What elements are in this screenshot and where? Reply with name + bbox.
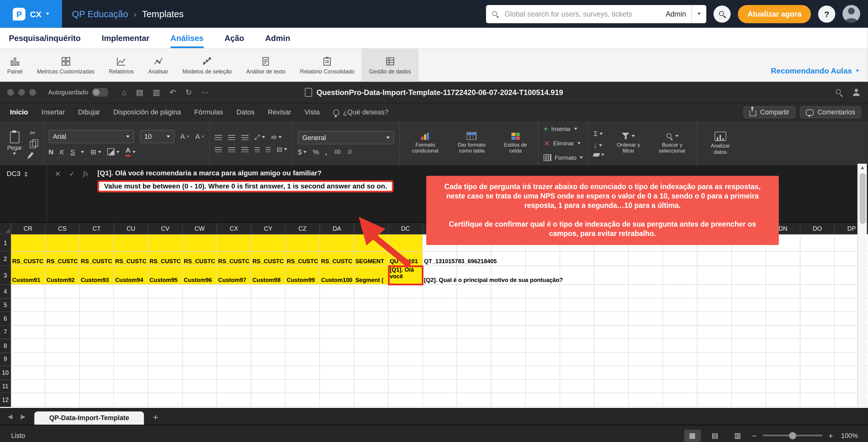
cell-CT5[interactable] xyxy=(80,298,114,312)
cell-DF4[interactable] xyxy=(492,285,526,298)
cell-DG4[interactable] xyxy=(526,285,560,298)
cell-CT9[interactable] xyxy=(80,352,114,366)
page-layout-view-button[interactable]: ▤ xyxy=(707,430,723,442)
percent-button[interactable]: % xyxy=(313,148,319,156)
row-header-2[interactable]: 2 xyxy=(0,252,11,266)
cell-DI9[interactable] xyxy=(594,352,629,366)
redo-icon[interactable]: ↻ xyxy=(186,88,192,97)
next-sheet-icon[interactable]: ▶ xyxy=(21,413,25,420)
row-header-12[interactable]: 12 xyxy=(0,393,11,407)
cell-CS4[interactable] xyxy=(45,285,80,298)
cell-DI3[interactable] xyxy=(594,266,629,285)
cell-CS9[interactable] xyxy=(45,352,80,366)
cell-CW8[interactable] xyxy=(183,339,217,352)
cell-CT2[interactable]: RS_CUSTC xyxy=(80,252,114,266)
cell-CR3[interactable]: Custom91 xyxy=(11,266,45,285)
cell-DM10[interactable] xyxy=(732,366,766,379)
cell-DK5[interactable] xyxy=(663,298,698,312)
cell-CY6[interactable] xyxy=(251,312,286,326)
cell-DH6[interactable] xyxy=(560,312,594,326)
cell-DL9[interactable] xyxy=(698,352,732,366)
cell-DO6[interactable] xyxy=(800,312,835,326)
cell-DA5[interactable] xyxy=(320,298,354,312)
cell-DB10[interactable] xyxy=(354,366,389,379)
cell-DJ6[interactable] xyxy=(629,312,663,326)
cell-DN11[interactable] xyxy=(766,379,800,393)
cell-CV7[interactable] xyxy=(148,326,183,339)
insert-cells-button[interactable]: + Insertar xyxy=(544,124,583,134)
cell-DJ3[interactable] xyxy=(629,266,663,285)
align-left-button[interactable] xyxy=(215,147,222,152)
column-header-CU[interactable]: CU xyxy=(114,223,148,234)
row-header-11[interactable]: 11 xyxy=(0,379,11,393)
cell-DA7[interactable] xyxy=(320,326,354,339)
home-icon[interactable]: ⌂ xyxy=(122,88,127,97)
column-header-CX[interactable]: CX xyxy=(217,223,251,234)
cell-DE6[interactable] xyxy=(457,312,492,326)
cell-styles-button[interactable]: Estilos de celda xyxy=(498,131,533,155)
cell-CY11[interactable] xyxy=(251,379,286,393)
cell-CZ1[interactable] xyxy=(286,234,320,252)
cell-CT7[interactable] xyxy=(80,326,114,339)
align-right-button[interactable] xyxy=(241,147,248,152)
toolbar-item-relatorios[interactable]: Relatórios xyxy=(102,49,141,81)
cell-CS5[interactable] xyxy=(45,298,80,312)
cell-CU9[interactable] xyxy=(114,352,148,366)
cell-DD7[interactable] xyxy=(423,326,458,339)
cell-DF6[interactable] xyxy=(492,312,526,326)
comments-button[interactable]: Comentarios xyxy=(800,106,861,118)
cell-CS10[interactable] xyxy=(45,366,80,379)
cell-CV1[interactable] xyxy=(148,234,183,252)
cell-DC3[interactable]: [Q1]. Olá você xyxy=(389,266,423,285)
cell-DB6[interactable] xyxy=(354,312,389,326)
wrap-text-button[interactable]: ab xyxy=(271,134,282,140)
cell-DM7[interactable] xyxy=(732,326,766,339)
cell-DG6[interactable] xyxy=(526,312,560,326)
cell-DL6[interactable] xyxy=(698,312,732,326)
cell-DC6[interactable] xyxy=(389,312,423,326)
cell-DN6[interactable] xyxy=(766,312,800,326)
cell-DB1[interactable] xyxy=(354,234,389,252)
cell-CR1[interactable] xyxy=(11,234,45,252)
cell-DE9[interactable] xyxy=(457,352,492,366)
cell-DE5[interactable] xyxy=(457,298,492,312)
cell-DI11[interactable] xyxy=(594,379,629,393)
undo-icon[interactable]: ↶ xyxy=(169,88,176,97)
cell-DH2[interactable] xyxy=(560,252,594,266)
sheet-tab-active[interactable]: QP-Data-Import-Template xyxy=(34,411,144,424)
recommend-classes-link[interactable]: Recomendando Aulas xyxy=(771,66,859,75)
tell-me-box[interactable]: ¿Qué deseas? xyxy=(333,108,388,116)
cell-DA10[interactable] xyxy=(320,366,354,379)
fill-color-button[interactable] xyxy=(107,148,120,156)
cell-CZ6[interactable] xyxy=(286,312,320,326)
cell-DM2[interactable] xyxy=(732,252,766,266)
cell-DD10[interactable] xyxy=(423,366,458,379)
cell-DA8[interactable] xyxy=(320,339,354,352)
cell-CS1[interactable] xyxy=(45,234,80,252)
cell-DH12[interactable] xyxy=(560,393,594,407)
cell-DH5[interactable] xyxy=(560,298,594,312)
cell-DN2[interactable] xyxy=(766,252,800,266)
normal-view-button[interactable]: ▦ xyxy=(684,430,701,442)
cell-CU2[interactable]: RS_CUSTC xyxy=(114,252,148,266)
cell-DD3[interactable]: [Q2]. Qual é o principal motivo de sua p… xyxy=(423,266,458,285)
cell-CU1[interactable] xyxy=(114,234,148,252)
cell-DF5[interactable] xyxy=(492,298,526,312)
ribbon-tab-formulas[interactable]: Fórmulas xyxy=(194,108,223,116)
cell-DA3[interactable]: Custom100 xyxy=(320,266,354,285)
cell-CS8[interactable] xyxy=(45,339,80,352)
cell-DA1[interactable] xyxy=(320,234,354,252)
cell-DB5[interactable] xyxy=(354,298,389,312)
column-header-CR[interactable]: CR xyxy=(11,223,45,234)
cell-CT12[interactable] xyxy=(80,393,114,407)
minimize-window-icon[interactable] xyxy=(18,89,25,96)
cell-DF9[interactable] xyxy=(492,352,526,366)
cell-DL10[interactable] xyxy=(698,366,732,379)
cell-DB7[interactable] xyxy=(354,326,389,339)
font-name-select[interactable]: Arial xyxy=(49,130,134,143)
format-painter-button[interactable] xyxy=(28,152,33,158)
cell-CZ8[interactable] xyxy=(286,339,320,352)
cell-CZ9[interactable] xyxy=(286,352,320,366)
cell-CT3[interactable]: Custom93 xyxy=(80,266,114,285)
cell-CU7[interactable] xyxy=(114,326,148,339)
